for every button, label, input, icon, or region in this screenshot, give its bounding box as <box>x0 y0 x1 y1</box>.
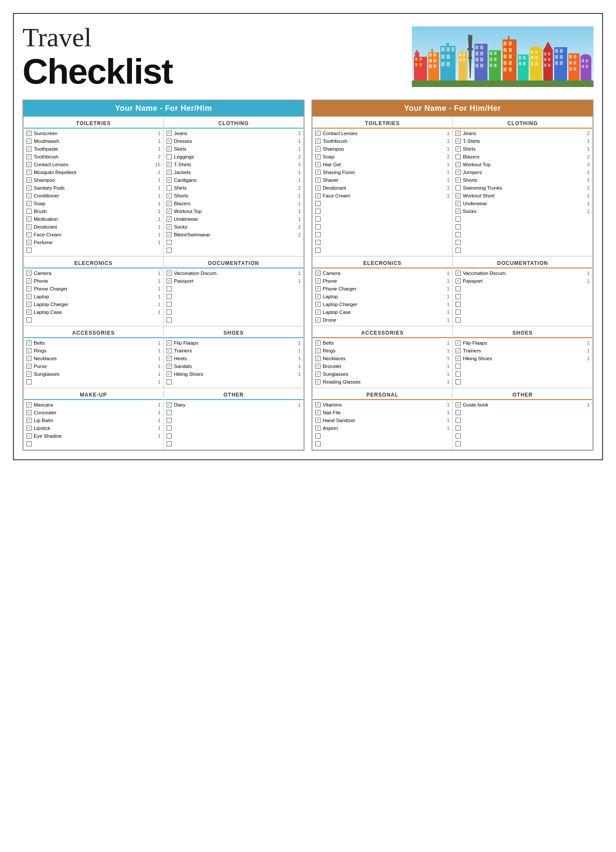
checkbox[interactable] <box>167 379 172 384</box>
checkbox[interactable] <box>456 410 461 415</box>
checkbox[interactable] <box>315 232 321 237</box>
checkbox[interactable] <box>167 302 172 307</box>
checkbox[interactable] <box>26 286 32 291</box>
checkbox[interactable] <box>315 286 321 291</box>
checkbox[interactable] <box>167 426 172 431</box>
checkbox[interactable] <box>26 224 32 229</box>
checkbox[interactable] <box>315 441 321 446</box>
checkbox[interactable] <box>26 271 32 276</box>
checkbox[interactable] <box>167 131 172 136</box>
checkbox[interactable] <box>26 364 32 369</box>
checkbox[interactable] <box>315 162 321 167</box>
checkbox[interactable] <box>456 240 461 245</box>
checkbox[interactable] <box>26 193 32 198</box>
checkbox[interactable] <box>26 418 32 423</box>
checkbox[interactable] <box>456 278 461 284</box>
checkbox[interactable] <box>456 348 461 353</box>
checkbox[interactable] <box>167 240 172 245</box>
checkbox[interactable] <box>315 317 321 323</box>
checkbox[interactable] <box>26 348 32 353</box>
checkbox[interactable] <box>26 178 32 183</box>
checkbox[interactable] <box>26 402 32 407</box>
checkbox[interactable] <box>456 185 461 190</box>
checkbox[interactable] <box>315 193 321 198</box>
checkbox[interactable] <box>167 139 172 144</box>
checkbox[interactable] <box>26 441 32 446</box>
checkbox[interactable] <box>167 356 172 361</box>
checkbox[interactable] <box>315 310 321 315</box>
checkbox[interactable] <box>167 294 172 299</box>
checkbox[interactable] <box>26 162 32 167</box>
checkbox[interactable] <box>456 170 461 175</box>
checkbox[interactable] <box>315 426 321 431</box>
checkbox[interactable] <box>456 139 461 144</box>
checkbox[interactable] <box>167 410 172 415</box>
checkbox[interactable] <box>456 224 461 229</box>
checkbox[interactable] <box>167 178 172 183</box>
checkbox[interactable] <box>315 240 321 245</box>
checkbox[interactable] <box>26 240 32 245</box>
checkbox[interactable] <box>456 302 461 307</box>
checkbox[interactable] <box>315 216 321 222</box>
checkbox[interactable] <box>167 364 172 369</box>
checkbox[interactable] <box>26 379 32 384</box>
checkbox[interactable] <box>315 131 321 136</box>
checkbox[interactable] <box>456 364 461 369</box>
checkbox[interactable] <box>167 433 172 439</box>
checkbox[interactable] <box>456 441 461 446</box>
checkbox[interactable] <box>26 371 32 377</box>
checkbox[interactable] <box>315 185 321 190</box>
checkbox[interactable] <box>167 271 172 276</box>
checkbox[interactable] <box>456 286 461 291</box>
checkbox[interactable] <box>456 356 461 361</box>
checkbox[interactable] <box>26 146 32 152</box>
checkbox[interactable] <box>167 317 172 323</box>
checkbox[interactable] <box>167 193 172 198</box>
checkbox[interactable] <box>315 410 321 415</box>
checkbox[interactable] <box>456 131 461 136</box>
checkbox[interactable] <box>26 317 32 323</box>
checkbox[interactable] <box>456 402 461 407</box>
checkbox[interactable] <box>26 310 32 315</box>
checkbox[interactable] <box>167 248 172 253</box>
checkbox[interactable] <box>167 278 172 284</box>
checkbox[interactable] <box>456 232 461 237</box>
checkbox[interactable] <box>456 178 461 183</box>
checkbox[interactable] <box>167 286 172 291</box>
checkbox[interactable] <box>167 310 172 315</box>
checkbox[interactable] <box>167 441 172 446</box>
checkbox[interactable] <box>26 154 32 159</box>
checkbox[interactable] <box>167 185 172 190</box>
checkbox[interactable] <box>315 294 321 299</box>
checkbox[interactable] <box>26 433 32 439</box>
checkbox[interactable] <box>167 209 172 214</box>
checkbox[interactable] <box>456 271 461 276</box>
checkbox[interactable] <box>456 162 461 167</box>
checkbox[interactable] <box>456 379 461 384</box>
checkbox[interactable] <box>26 410 32 415</box>
checkbox[interactable] <box>456 193 461 198</box>
checkbox[interactable] <box>26 356 32 361</box>
checkbox[interactable] <box>26 209 32 214</box>
checkbox[interactable] <box>26 131 32 136</box>
checkbox[interactable] <box>167 232 172 237</box>
checkbox[interactable] <box>456 418 461 423</box>
checkbox[interactable] <box>26 185 32 190</box>
checkbox[interactable] <box>315 154 321 159</box>
checkbox[interactable] <box>315 340 321 345</box>
checkbox[interactable] <box>167 348 172 353</box>
checkbox[interactable] <box>26 302 32 307</box>
checkbox[interactable] <box>26 170 32 175</box>
checkbox[interactable] <box>167 224 172 229</box>
checkbox[interactable] <box>315 139 321 144</box>
checkbox[interactable] <box>167 371 172 377</box>
checkbox[interactable] <box>315 418 321 423</box>
checkbox[interactable] <box>456 201 461 206</box>
checkbox[interactable] <box>26 248 32 253</box>
checkbox[interactable] <box>167 340 172 345</box>
checkbox[interactable] <box>456 248 461 253</box>
checkbox[interactable] <box>167 162 172 167</box>
checkbox[interactable] <box>315 356 321 361</box>
checkbox[interactable] <box>315 271 321 276</box>
checkbox[interactable] <box>456 340 461 345</box>
